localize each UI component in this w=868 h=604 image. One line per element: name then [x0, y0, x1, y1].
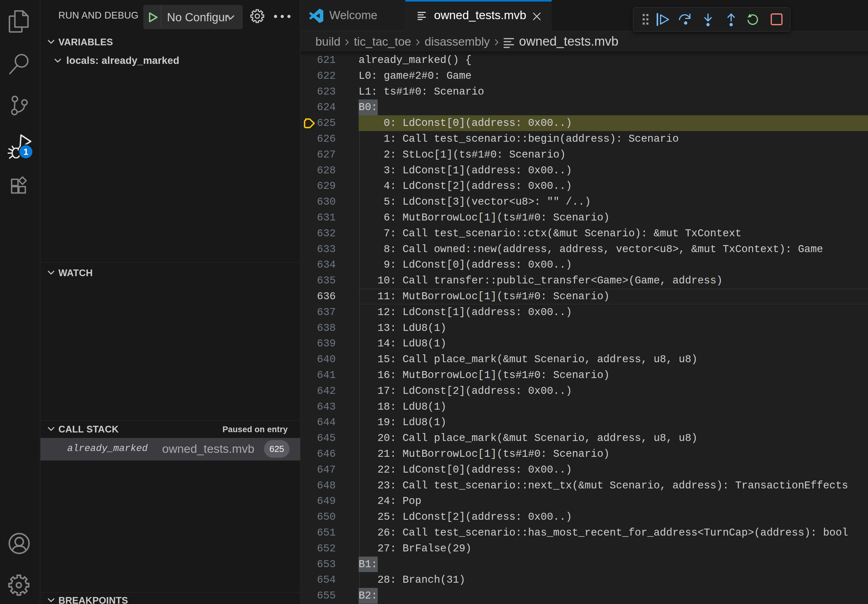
svg-text:1: 1: [23, 147, 28, 156]
